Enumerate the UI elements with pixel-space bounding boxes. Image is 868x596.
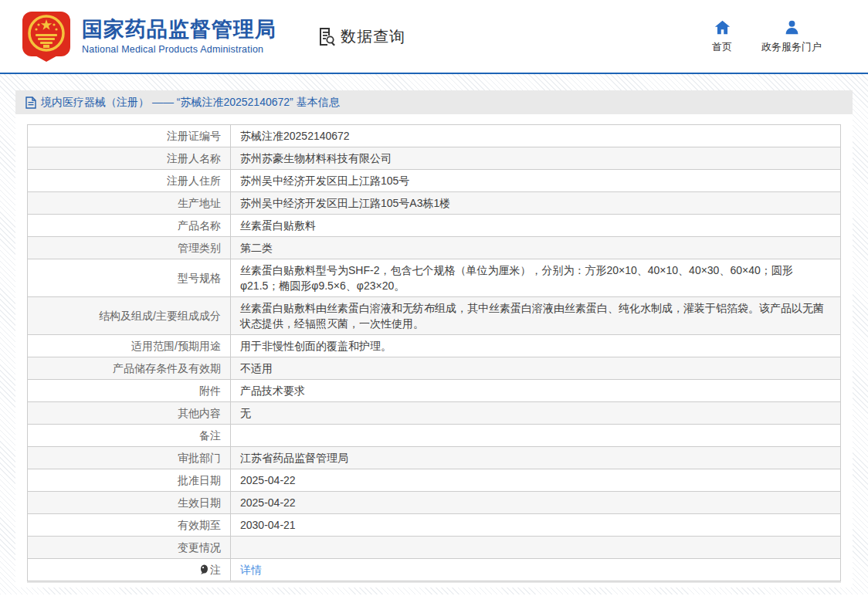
row-label: 有效期至 [28,514,231,537]
table-row: 附件产品技术要求 [28,380,841,402]
row-value: 不适用 [231,357,841,380]
row-value: 详情 [231,559,841,581]
table-row: 其他内容无 [28,402,841,425]
page-title: 境内医疗器械（注册） —— “苏械注准20252140672” 基本信息 [41,96,340,110]
nav-home[interactable]: 首页 [712,19,732,54]
row-label: 生产地址 [28,192,231,215]
table-row: 注册证编号苏械注准20252140672 [28,125,841,147]
row-value: 苏州吴中经济开发区田上江路105号A3栋1楼 [231,192,841,215]
table-row: 注详情 [28,559,841,581]
header-nav: 首页 政务服务门户 [712,19,822,54]
site-header: 国家药品监督管理局 National Medical Products Admi… [0,0,868,74]
content-panel: 境内医疗器械（注册） —— “苏械注准20252140672” 基本信息 注册证… [15,90,853,588]
document-icon [25,97,36,109]
site-logo[interactable]: 国家药品监督管理局 National Medical Products Admi… [22,11,276,62]
table-row: 变更情况 [28,537,841,559]
row-label: 审批部门 [28,447,231,469]
nav-gov-portal[interactable]: 政务服务门户 [761,19,822,54]
table-row: 备注 [28,425,841,447]
nav-gov-portal-label: 政务服务门户 [761,40,822,54]
table-row: 型号规格丝素蛋白贴敷料型号为SHF-2，包含七个规格（单位为厘米），分别为：方形… [28,259,841,297]
table-row: 审批部门江苏省药品监督管理局 [28,447,841,469]
row-value: 苏州吴中经济开发区田上江路105号 [231,170,841,192]
data-query-tab[interactable]: 数据查询 [317,26,405,47]
nav-home-label: 首页 [712,40,732,54]
row-value: 丝素蛋白贴敷料型号为SHF-2，包含七个规格（单位为厘米），分别为：方形20×1… [231,259,841,297]
breadcrumb: 境内医疗器械（注册） —— “苏械注准20252140672” 基本信息 [15,90,853,114]
user-icon [784,19,800,36]
row-label: 生效日期 [28,492,231,514]
table-row: 适用范围/预期用途用于非慢性创面的覆盖和护理。 [28,335,841,357]
table-row: 结构及组成/主要组成成分丝素蛋白贴敷料由丝素蛋白溶液和无纺布组成，其中丝素蛋白溶… [28,297,841,335]
row-value: 苏州苏豪生物材料科技有限公司 [231,147,841,170]
row-label: 产品名称 [28,215,231,237]
row-value: 丝素蛋白贴敷料 [231,215,841,237]
row-label: 产品储存条件及有效期 [28,357,231,380]
page-background: 境内医疗器械（注册） —— “苏械注准20252140672” 基本信息 注册证… [0,74,868,594]
note-bulb-icon [200,564,209,575]
org-subtitle: National Medical Products Administration [82,44,276,55]
row-label: 附件 [28,380,231,402]
row-label: 结构及组成/主要组成成分 [28,297,231,335]
row-label: 注册人名称 [28,147,231,170]
row-value [231,425,841,447]
row-label: 其他内容 [28,402,231,425]
row-label: 型号规格 [28,259,231,297]
org-title: 国家药品监督管理局 [82,18,276,41]
home-icon [714,19,731,36]
row-label: 注 [28,559,231,581]
row-value: 无 [231,402,841,425]
data-query-label: 数据查询 [341,26,405,47]
row-label: 注册人住所 [28,170,231,192]
row-label: 备注 [28,425,231,447]
row-value: 产品技术要求 [231,380,841,402]
table-row: 有效期至2030-04-21 [28,514,841,537]
national-emblem-icon [22,11,71,62]
row-value: 丝素蛋白贴敷料由丝素蛋白溶液和无纺布组成，其中丝素蛋白溶液由丝素蛋白、纯化水制成… [231,297,841,335]
row-label: 注册证编号 [28,125,231,147]
table-row: 批准日期2025-04-22 [28,469,841,492]
info-table-body: 注册证编号苏械注准20252140672注册人名称苏州苏豪生物材料科技有限公司注… [28,125,841,581]
registration-info-table: 注册证编号苏械注准20252140672注册人名称苏州苏豪生物材料科技有限公司注… [27,124,841,581]
row-label: 适用范围/预期用途 [28,335,231,357]
row-label: 变更情况 [28,537,231,559]
table-row: 产品名称丝素蛋白贴敷料 [28,215,841,237]
row-value: 2030-04-21 [231,514,841,537]
table-row: 产品储存条件及有效期不适用 [28,357,841,380]
table-row: 管理类别第二类 [28,237,841,259]
table-row: 注册人住所苏州吴中经济开发区田上江路105号 [28,170,841,192]
row-value: 苏械注准20252140672 [231,125,841,147]
row-value: 2025-04-22 [231,492,841,514]
table-row: 生效日期2025-04-22 [28,492,841,514]
table-wrap: 注册证编号苏械注准20252140672注册人名称苏州苏豪生物材料科技有限公司注… [15,114,853,581]
row-value: 第二类 [231,237,841,259]
row-value [231,537,841,559]
row-value: 2025-04-22 [231,469,841,492]
detail-link[interactable]: 详情 [240,564,262,576]
row-value: 江苏省药品监督管理局 [231,447,841,469]
table-row: 生产地址苏州吴中经济开发区田上江路105号A3栋1楼 [28,192,841,215]
row-label: 管理类别 [28,237,231,259]
row-value: 用于非慢性创面的覆盖和护理。 [231,335,841,357]
document-search-icon [317,26,337,46]
table-row: 注册人名称苏州苏豪生物材料科技有限公司 [28,147,841,170]
row-label: 批准日期 [28,469,231,492]
